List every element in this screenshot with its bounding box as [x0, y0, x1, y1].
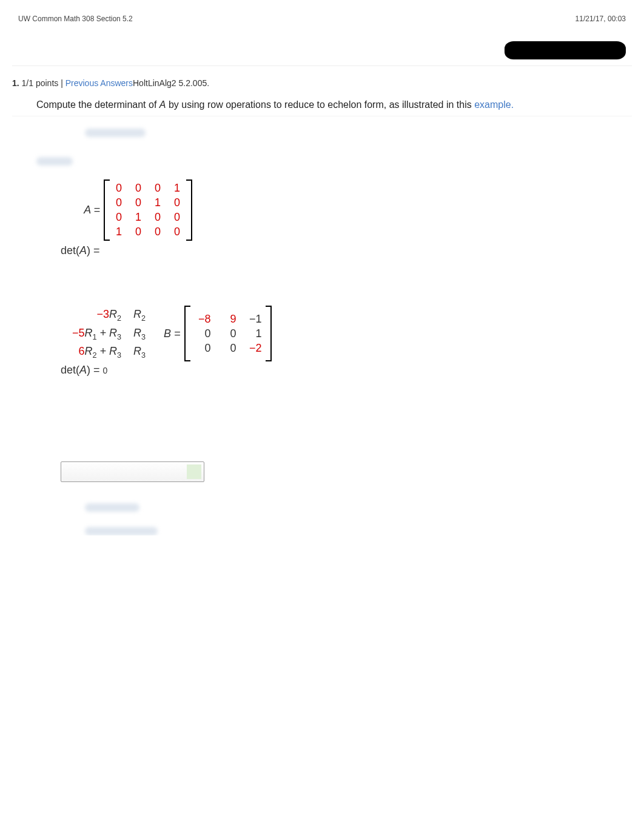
bracket-right-icon [266, 306, 272, 361]
matrix-b: −89−100100−2 [190, 310, 266, 357]
matrix-b-eq: = [171, 327, 181, 340]
matrix-cell: 0 [220, 327, 236, 340]
question-source: HoltLinAlg2 5.2.005. [133, 78, 209, 88]
example-link[interactable]: example. [474, 99, 514, 110]
row-op-target: R3 [133, 343, 146, 361]
row-ops-block: −3R2R2−5R1 + R3R36R2 + R3R3 B = −89−1001… [61, 306, 632, 361]
matrix-a: 0001001001001000 [110, 179, 186, 241]
det-a-line: det(A) = [61, 244, 632, 257]
redacted-name [505, 41, 626, 59]
question-number: 1. [12, 78, 19, 88]
question-block: 1. 1/1 points | Previous AnswersHoltLinA… [12, 72, 632, 535]
question-points: 1/1 points | [22, 78, 65, 88]
row-op-line: 6R2 + R3R3 [61, 343, 146, 361]
matrix-cell: 0 [113, 182, 124, 195]
matrix-cell: 1 [133, 211, 144, 224]
det-a-value: 0 [103, 366, 108, 375]
det2-var: A [79, 364, 87, 376]
previous-answers-link[interactable]: Previous Answers [65, 78, 133, 88]
row-op-line: −5R1 + R3R3 [61, 324, 146, 343]
matrix-cell: 0 [113, 196, 124, 209]
matrix-cell: 0 [133, 196, 144, 209]
question-prompt: Compute the determinant of A by using ro… [36, 98, 632, 112]
matrix-a-var: A [84, 204, 90, 216]
matrix-cell: 0 [133, 226, 144, 238]
matrix-cell: −1 [245, 313, 262, 326]
det-var: A [79, 244, 87, 257]
bracket-left-icon [104, 179, 110, 241]
prompt-text-b: by using row operations to reduce to ech… [166, 99, 474, 110]
blurred-option-1 [85, 503, 139, 512]
matrix-b-label: B = [164, 327, 181, 340]
row-op-expr: −5R1 + R3 [61, 324, 121, 343]
matrix-cell: 0 [133, 182, 144, 195]
matrix-cell: 0 [152, 182, 163, 195]
bracket-right-icon [186, 179, 192, 241]
det2-label-a: det( [61, 364, 79, 376]
row-op-expr: −3R2 [61, 306, 121, 324]
det-label-b: ) = [87, 244, 100, 257]
matrix-cell: 1 [152, 196, 163, 209]
det-a-result: det(A) = 0 [61, 364, 632, 377]
matrix-a-label: A = [36, 204, 100, 216]
matrix-cell: 0 [172, 196, 183, 209]
matrix-cell: 9 [220, 313, 236, 326]
divider-light [12, 116, 632, 116]
row-op-target: R2 [133, 306, 146, 324]
matrix-cell: 0 [194, 342, 211, 355]
matrix-cell: 0 [152, 211, 163, 224]
divider [12, 65, 632, 66]
blurred-label [36, 157, 73, 166]
header-left: UW Common Math 308 Section 5.2 [18, 15, 133, 23]
matrix-cell: −2 [245, 342, 262, 355]
blurred-option-2 [85, 527, 158, 535]
det2-label-b: ) = [87, 364, 103, 376]
question-header: 1. 1/1 points | Previous AnswersHoltLinA… [12, 72, 632, 92]
blurred-hint [85, 129, 146, 137]
row-ops-column: −3R2R2−5R1 + R3R36R2 + R3R3 [61, 306, 146, 361]
work-area: A = 0001001001001000 det(A) = −3R2R2−5R1… [36, 179, 632, 535]
matrix-cell: 0 [220, 342, 236, 355]
row-op-expr: 6R2 + R3 [61, 343, 121, 361]
page-header: UW Common Math 308 Section 5.2 11/21/17,… [0, 0, 644, 29]
row-op-line: −3R2R2 [61, 306, 146, 324]
bracket-left-icon [184, 306, 190, 361]
matrix-cell: 0 [172, 226, 183, 238]
prompt-text-a: Compute the determinant of [36, 99, 159, 110]
matrix-cell: 1 [245, 327, 262, 340]
header-right: 11/21/17, 00:03 [575, 15, 626, 23]
matrix-a-row: A = 0001001001001000 [36, 179, 632, 241]
matrix-b-var: B [164, 327, 171, 340]
row-op-target: R3 [133, 324, 146, 343]
det-label-a: det( [61, 244, 79, 257]
matrix-cell: 0 [152, 226, 163, 238]
answer-input[interactable] [61, 461, 204, 482]
matrix-cell: −8 [194, 313, 211, 326]
matrix-cell: 0 [172, 211, 183, 224]
matrix-a-eq: = [90, 204, 100, 216]
matrix-cell: 0 [194, 327, 211, 340]
matrix-cell: 1 [113, 226, 124, 238]
matrix-cell: 0 [113, 211, 124, 224]
matrix-cell: 1 [172, 182, 183, 195]
prompt-var: A [159, 99, 166, 110]
